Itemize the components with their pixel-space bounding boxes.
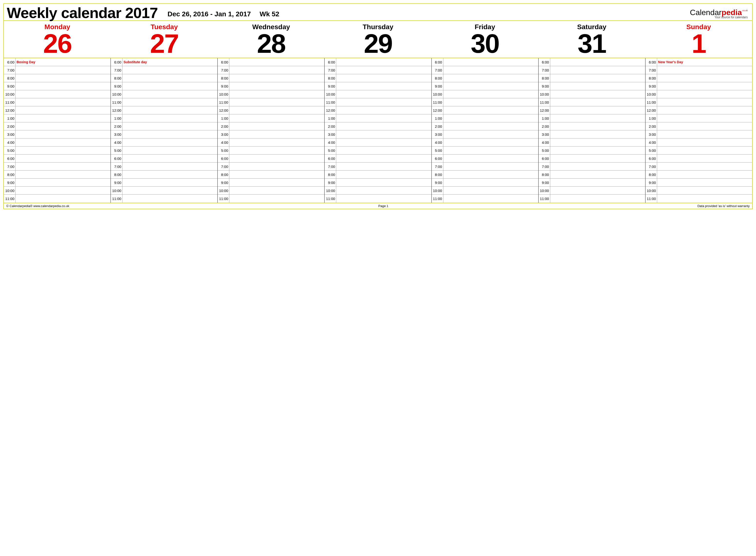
event-note: [123, 74, 218, 82]
time-label: 2:00: [432, 123, 443, 130]
event-note: [336, 82, 431, 90]
time-label: 12:00: [646, 106, 657, 114]
event-note: Substitute day: [123, 58, 218, 66]
day-column: 6:007:008:009:0010:0011:0012:001:002:003…: [218, 58, 325, 203]
time-label: 12:00: [4, 106, 15, 114]
time-label: 9:00: [432, 82, 443, 90]
time-slot: 8:00: [218, 74, 324, 82]
event-note: [336, 195, 431, 203]
event-note: [550, 154, 645, 162]
time-label: 10:00: [325, 90, 336, 98]
event-note: [443, 114, 538, 122]
time-label: 5:00: [538, 146, 550, 154]
event-note: [336, 98, 431, 106]
time-slot: 9:00: [4, 179, 110, 187]
time-slot: 1:00: [646, 114, 752, 123]
event-note: [443, 82, 538, 90]
time-slot: 6:00Substitute day: [111, 58, 218, 66]
time-label: 11:00: [111, 98, 123, 106]
time-slot: 8:00: [111, 74, 218, 82]
time-slot: 5:00: [111, 146, 218, 154]
time-slot: 7:00: [218, 163, 324, 171]
time-slot: 7:00: [4, 163, 110, 171]
time-label: 6:00: [646, 154, 657, 162]
event-note: [336, 66, 431, 74]
time-slot: 2:00: [538, 123, 645, 131]
time-slot: 8:00: [432, 74, 538, 82]
event-note: [657, 146, 752, 154]
event-note: [336, 154, 431, 162]
time-label: 8:00: [646, 74, 657, 82]
event-note: [15, 98, 110, 106]
event-note: [15, 146, 110, 154]
time-label: 9:00: [538, 82, 550, 90]
time-slot: 11:00: [325, 195, 431, 203]
time-slot: 12:00: [111, 106, 218, 114]
time-slot: 8:00: [4, 171, 110, 179]
brand-logo: Calendarpedia.co.uk Your source for cale…: [690, 9, 748, 21]
time-slot: 4:00: [218, 138, 324, 146]
event-note: [123, 146, 218, 154]
time-slot: 1:00: [4, 114, 110, 123]
time-slot: 9:00: [646, 82, 752, 90]
week-label: Wk 52: [260, 10, 279, 18]
time-label: 11:00: [111, 195, 123, 203]
time-slot: 6:00: [646, 154, 752, 163]
event-note: [550, 123, 645, 130]
event-note: [657, 106, 752, 114]
time-slot: 4:00: [325, 138, 431, 146]
time-label: 2:00: [4, 123, 15, 130]
time-slot: 8:00: [4, 74, 110, 82]
event-note: [550, 106, 645, 114]
event-note: [336, 179, 431, 186]
time-label: 7:00: [646, 163, 657, 170]
time-label: 8:00: [432, 74, 443, 82]
time-slot: 9:00: [218, 82, 324, 90]
event-note: [657, 82, 752, 90]
time-slot: 9:00: [646, 179, 752, 187]
time-slot: 8:00: [646, 171, 752, 179]
time-label: 11:00: [538, 195, 550, 203]
event-note: [15, 171, 110, 178]
event-note: [550, 90, 645, 98]
time-label: 4:00: [218, 138, 229, 146]
event-note: [657, 163, 752, 170]
time-label: 7:00: [111, 66, 123, 74]
event-note: [657, 123, 752, 130]
time-slot: 6:00New Year's Day: [646, 58, 752, 66]
time-label: 6:00: [111, 58, 123, 66]
time-label: 6:00: [646, 58, 657, 66]
event-note: [15, 123, 110, 130]
time-slot: 10:00: [4, 187, 110, 195]
event-note: [657, 171, 752, 178]
time-label: 6:00: [538, 154, 550, 162]
time-label: 9:00: [218, 82, 229, 90]
event-note: [443, 146, 538, 154]
time-slot: 8:00: [538, 171, 645, 179]
event-note: [123, 98, 218, 106]
event-note: [123, 114, 218, 122]
time-slot: 10:00: [111, 90, 218, 98]
time-label: 8:00: [111, 171, 123, 178]
time-slot: 10:00: [646, 187, 752, 195]
time-label: 11:00: [646, 195, 657, 203]
time-slot: 12:00: [325, 106, 431, 114]
time-slot: 3:00: [432, 131, 538, 138]
event-note: [657, 98, 752, 106]
time-slot: 11:00: [538, 98, 645, 106]
time-label: 4:00: [538, 138, 550, 146]
time-label: 7:00: [432, 66, 443, 74]
time-slot: 6:00: [218, 154, 324, 163]
event-note: [229, 154, 324, 162]
time-label: 7:00: [218, 66, 229, 74]
time-label: 12:00: [325, 106, 336, 114]
footer-copyright: © Calendarpedia® www.calendarpedia.co.uk: [6, 204, 69, 208]
day-number: 1: [645, 31, 752, 57]
event-note: New Year's Day: [657, 58, 752, 66]
event-note: [229, 195, 324, 203]
event-note: [443, 74, 538, 82]
event-note: [123, 187, 218, 195]
time-label: 6:00: [432, 58, 443, 66]
day-column: 6:007:008:009:0010:0011:0012:001:002:003…: [432, 58, 538, 203]
event-note: [657, 154, 752, 162]
